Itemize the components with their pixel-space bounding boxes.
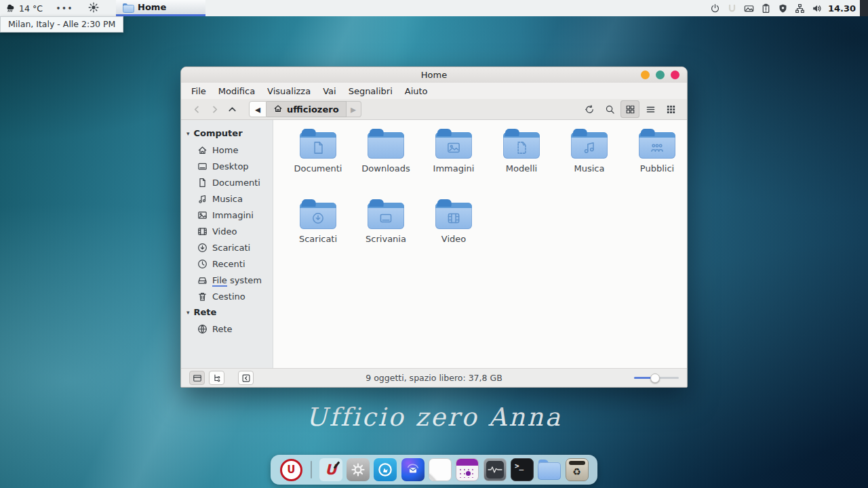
sidebar-section-computer[interactable]: ▾Computer [181,125,273,142]
sidebar-item-home[interactable]: Home [181,142,273,158]
menu-aiuto[interactable]: Aiuto [399,83,434,99]
dock-item-trash[interactable]: ♻ [565,458,589,482]
filesystem-icon [197,275,208,285]
up-button[interactable] [223,101,241,117]
sidebar-item-rete[interactable]: Rete [181,321,273,337]
sidebar-item-file-system[interactable]: File system [181,272,273,288]
minimize-button[interactable] [641,70,650,79]
file-label: Musica [557,163,622,174]
file-label: Pubblici [625,163,688,174]
breadcrumb-current[interactable]: ufficiozero [267,101,347,117]
compact-view-button[interactable] [661,100,680,118]
grid-view-icon [625,104,635,115]
breadcrumb-scroll-right-button[interactable]: ▸ [347,101,361,117]
file-item-musica[interactable]: Musica [557,129,622,174]
clipboard-icon[interactable] [761,3,771,14]
dock-item-system-monitor[interactable] [483,458,507,482]
panel-corner-button[interactable] [860,0,868,16]
dock-item-terminal[interactable]: >_ [510,458,534,482]
home-icon [197,145,208,155]
tree-panel-button[interactable] [209,371,224,385]
filmstrip-glyph-icon [435,207,472,229]
file-label: Scaricati [285,234,351,244]
weather-widget[interactable]: 14 °C [0,0,49,16]
panel-clock[interactable]: 14.30 [828,3,860,14]
download-circle-glyph-icon [300,207,336,229]
weather-temp: 14 °C [19,3,43,14]
dock-item-file-manager[interactable] [537,458,561,482]
volume-icon[interactable] [812,3,822,14]
dock-item-uz-writer[interactable]: U [319,458,343,482]
file-label: Modelli [489,163,554,174]
file-item-modelli[interactable]: Modelli [489,129,554,174]
folder-icon [435,199,472,229]
file-item-documenti[interactable]: Documenti [285,129,351,174]
file-item-immagini[interactable]: Immagini [421,129,486,174]
taskbar-item-home[interactable]: Home [116,0,205,16]
window-titlebar[interactable]: Home [181,67,687,83]
menu-vai[interactable]: Vai [317,83,342,99]
breadcrumb-scroll-left-button[interactable]: ◂ [249,101,267,117]
dock-item-thunderbird[interactable] [401,458,425,482]
zoom-slider-handle[interactable] [650,373,660,383]
file-label: Immagini [421,163,486,174]
grid-view-button[interactable] [620,100,639,118]
places-panel-button[interactable] [189,371,205,385]
forward-button[interactable] [205,101,223,117]
dock-item-ufficiozero-menu[interactable]: U [279,458,303,482]
screenshot-icon[interactable] [744,3,754,14]
sidebar-section-rete[interactable]: ▾Rete [181,304,273,321]
dock-item-librewolf[interactable] [373,458,397,482]
menu-visualizza[interactable]: Visualizza [261,83,317,99]
window-title: Home [421,70,447,80]
sidebar-item-desktop[interactable]: Desktop [181,158,273,174]
maximize-button[interactable] [656,70,665,79]
close-button[interactable] [671,70,679,79]
back-button[interactable] [188,101,205,117]
globe-icon [197,324,208,334]
sidebar-item-video[interactable]: Video [181,223,273,239]
hide-panel-button[interactable] [238,371,254,385]
image-glyph-icon [435,136,472,159]
sidebar-item-cestino[interactable]: Cestino [181,288,273,304]
folder-icon [368,129,404,159]
sidebar: ▾ComputerHomeDesktopDocumentiMusicaImmag… [181,120,273,368]
gear-icon [347,458,370,481]
dock-item-settings[interactable] [346,458,370,482]
sidebar-item-immagini[interactable]: Immagini [181,207,273,223]
file-item-pubblici[interactable]: Pubblici [625,129,688,174]
file-label: Documenti [285,163,351,174]
folder-icon [300,199,336,229]
list-view-button[interactable] [641,100,660,118]
wallpaper-signature: Ufficio zero Anna [0,403,868,432]
trash-icon: ♻ [566,458,589,481]
panel-menu-dots-button[interactable]: ••• [49,0,81,16]
file-item-scaricati[interactable]: Scaricati [285,199,351,244]
security-shield-icon[interactable] [778,3,788,14]
file-area[interactable]: DocumentiDownloadsImmaginiModelliMusicaP… [273,120,688,368]
sidebar-item-musica[interactable]: Musica [181,190,273,207]
sidebar-item-documenti[interactable]: Documenti [181,174,273,190]
menu-file[interactable]: File [185,83,212,99]
power-icon[interactable] [710,3,720,14]
file-item-downloads[interactable]: Downloads [353,129,418,174]
dock-item-text-editor[interactable] [428,458,452,482]
dock-item-calendar[interactable] [455,458,479,482]
brightness-button[interactable] [81,0,106,16]
tree-panel-icon [212,373,222,383]
breadcrumb: ◂ ufficiozero ▸ [249,101,361,117]
monitor-glyph-icon [368,207,404,229]
trash-icon [197,291,208,302]
zoom-slider[interactable] [634,373,679,383]
ufficiozero-logo-icon[interactable] [727,3,737,14]
refresh-button[interactable] [580,100,599,118]
sidebar-item-recenti[interactable]: Recenti [181,256,273,272]
file-item-scrivania[interactable]: Scrivania [353,199,418,244]
weather-tooltip: Milan, Italy - Alle 2:30 PM [0,16,123,33]
sidebar-item-scaricati[interactable]: Scaricati [181,239,273,256]
network-nodes-icon[interactable] [795,3,805,14]
menu-modifica[interactable]: Modifica [212,83,261,99]
file-item-video[interactable]: Video [421,199,486,244]
menu-segnalibri[interactable]: Segnalibri [342,83,399,99]
search-button[interactable] [600,100,619,118]
